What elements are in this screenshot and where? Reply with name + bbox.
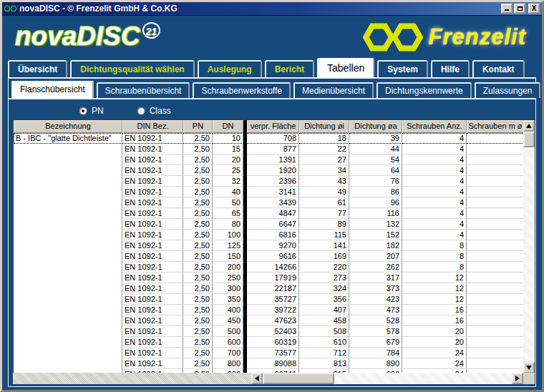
cell-bezeichnung[interactable] <box>14 326 122 337</box>
cell-dn[interactable]: 900 <box>213 369 243 373</box>
cell-schrauben-anz[interactable]: 24 <box>402 358 467 369</box>
table-row[interactable]: EN 1092-12,508008908881389024 <box>14 358 524 369</box>
subtab-zulassungen[interactable]: Zulassungen <box>475 82 541 98</box>
cell-bezeichnung[interactable] <box>14 305 122 315</box>
cell-schrauben-m[interactable] <box>467 251 524 262</box>
cell-dichtung-i[interactable]: 18 <box>299 133 349 144</box>
cell-dichtung-a[interactable]: 578 <box>349 326 402 337</box>
cell-bezeichnung[interactable] <box>14 273 122 283</box>
cell-schrauben-m[interactable] <box>467 262 524 273</box>
cell-bezeichnung[interactable] <box>14 240 122 251</box>
cell-schrauben-anz[interactable]: 20 <box>402 326 467 337</box>
cell-dichtung-i[interactable]: 407 <box>299 305 349 315</box>
cell-dn[interactable]: 15 <box>213 144 243 155</box>
cell-schrauben-anz[interactable]: 16 <box>402 315 467 326</box>
cell-schrauben-anz[interactable]: 12 <box>402 283 467 294</box>
cell-din-bez[interactable]: EN 1092-1 <box>122 262 183 273</box>
subtab-flansch-bersicht[interactable]: Flanschübersicht <box>11 81 94 98</box>
table-row[interactable]: EN 1092-12,5025192034644 <box>14 165 524 176</box>
cell-verpr-fl-che[interactable]: 3439 <box>247 197 299 208</box>
cell-dichtung-i[interactable]: 220 <box>299 262 349 273</box>
cell-dichtung-i[interactable]: 27 <box>299 155 349 165</box>
cell-pn[interactable]: 2,50 <box>183 219 213 230</box>
cell-pn[interactable]: 2,50 <box>183 348 213 358</box>
cell-schrauben-anz[interactable]: 24 <box>402 348 467 358</box>
cell-pn[interactable]: 2,50 <box>183 165 213 176</box>
table-row[interactable]: EN 1092-12,502501791927331712 <box>14 273 524 283</box>
table-row[interactable]: EN 1092-12,5010068161151524 <box>14 230 524 240</box>
horizontal-scroll-track[interactable] <box>334 373 512 384</box>
cell-din-bez[interactable]: EN 1092-1 <box>122 358 183 369</box>
table-row[interactable]: EN 1092-12,506006031961067920 <box>14 337 524 348</box>
cell-schrauben-anz[interactable]: 4 <box>402 155 467 165</box>
cell-schrauben-m[interactable] <box>467 315 524 326</box>
cell-dichtung-a[interactable]: 528 <box>349 315 402 326</box>
cell-dichtung-i[interactable]: 61 <box>299 197 349 208</box>
cell-dichtung-a[interactable]: 423 <box>349 294 402 305</box>
cell-pn[interactable]: 2,50 <box>183 251 213 262</box>
cell-pn[interactable]: 2,50 <box>183 155 213 165</box>
cell-din-bez[interactable]: EN 1092-1 <box>122 273 183 283</box>
cell-dichtung-a[interactable]: 679 <box>349 337 402 348</box>
horizontal-scroll-thumb[interactable] <box>263 373 334 384</box>
cell-schrauben-m[interactable] <box>467 208 524 219</box>
cell-schrauben-anz[interactable]: 4 <box>402 176 467 187</box>
cell-dichtung-i[interactable]: 915 <box>299 369 349 373</box>
cell-verpr-fl-che[interactable]: 9616 <box>247 251 299 262</box>
tab-hilfe[interactable]: Hilfe <box>431 60 470 77</box>
cell-schrauben-anz[interactable]: 4 <box>402 219 467 230</box>
cell-pn[interactable]: 2,50 <box>183 133 213 144</box>
table-row[interactable]: EN 1092-12,50654847771164 <box>14 208 524 219</box>
scroll-right-button[interactable] <box>512 373 523 384</box>
tab-tabellen[interactable]: Tabellen <box>317 58 374 77</box>
cell-verpr-fl-che[interactable]: 22187 <box>247 283 299 294</box>
tab-bersicht[interactable]: Übersicht <box>8 60 67 77</box>
cell-bezeichnung[interactable] <box>14 176 122 187</box>
minimize-button[interactable] <box>501 4 513 14</box>
cell-schrauben-anz[interactable]: 4 <box>402 165 467 176</box>
column-header-pn[interactable]: PN <box>183 120 213 133</box>
cell-dichtung-a[interactable]: 990 <box>349 369 402 373</box>
cell-schrauben-anz[interactable]: 4 <box>402 197 467 208</box>
table-row[interactable]: EN 1092-12,5020139127544 <box>14 155 524 165</box>
cell-dn[interactable]: 400 <box>213 305 243 315</box>
cell-din-bez[interactable]: EN 1092-1 <box>122 305 183 315</box>
cell-dichtung-a[interactable]: 116 <box>349 208 402 219</box>
column-header-bezeichnung[interactable]: Bezeichnung <box>14 120 122 133</box>
cell-dn[interactable]: 700 <box>213 348 243 358</box>
cell-bezeichnung[interactable] <box>14 165 122 176</box>
cell-schrauben-m[interactable] <box>467 144 524 155</box>
cell-schrauben-anz[interactable]: 8 <box>402 240 467 251</box>
cell-bezeichnung[interactable] <box>14 369 122 373</box>
cell-dn[interactable]: 20 <box>213 155 243 165</box>
cell-verpr-fl-che[interactable]: 52403 <box>247 326 299 337</box>
cell-verpr-fl-che[interactable]: 6647 <box>247 219 299 230</box>
cell-schrauben-m[interactable] <box>467 230 524 240</box>
table-row[interactable]: EN 1092-12,504504762345852816 <box>14 315 524 326</box>
cell-dichtung-i[interactable]: 508 <box>299 326 349 337</box>
cell-din-bez[interactable]: EN 1092-1 <box>122 197 183 208</box>
cell-bezeichnung[interactable] <box>14 251 122 262</box>
cell-schrauben-anz[interactable]: 4 <box>402 230 467 240</box>
cell-schrauben-anz[interactable]: 20 <box>402 337 467 348</box>
column-header-verpr-fl-che[interactable]: verpr. Fläche <box>247 120 299 133</box>
table-row[interactable]: EN 1092-12,505005240350857820 <box>14 326 524 337</box>
cell-dn[interactable]: 200 <box>213 262 243 273</box>
table-row[interactable]: EN 1092-12,5032239643764 <box>14 176 524 187</box>
title-bar[interactable]: novaDISC - © Frenzelit GmbH & Co.KG X <box>2 2 542 16</box>
cell-dn[interactable]: 125 <box>213 240 243 251</box>
tab-auslegung[interactable]: Auslegung <box>198 60 262 77</box>
scroll-down-button[interactable] <box>523 362 535 373</box>
cell-pn[interactable]: 2,50 <box>183 144 213 155</box>
cell-dichtung-a[interactable]: 54 <box>349 155 402 165</box>
cell-dn[interactable]: 65 <box>213 208 243 219</box>
scroll-left-button[interactable] <box>251 373 263 384</box>
cell-din-bez[interactable]: EN 1092-1 <box>122 326 183 337</box>
table-row[interactable]: EN 1092-12,5015096161692078 <box>14 251 524 262</box>
cell-bezeichnung[interactable]: B - IBC - "glatte Dichtleiste" <box>14 133 122 144</box>
cell-din-bez[interactable]: EN 1092-1 <box>122 208 183 219</box>
cell-schrauben-anz[interactable]: 24 <box>402 369 467 373</box>
maximize-button[interactable] <box>514 4 525 14</box>
cell-dichtung-a[interactable]: 890 <box>349 358 402 369</box>
cell-verpr-fl-che[interactable]: 60319 <box>247 337 299 348</box>
